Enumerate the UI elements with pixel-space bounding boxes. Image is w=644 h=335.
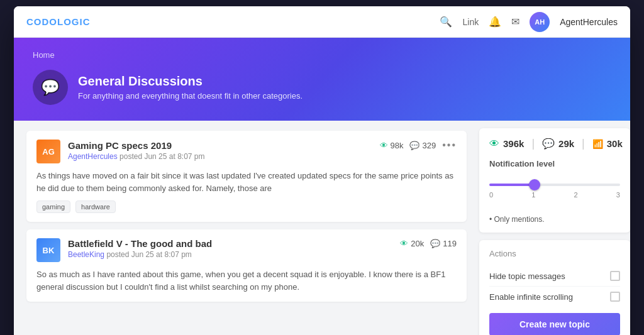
post-meta: Battlefield V - The good and bad 👁 20k 💬…	[68, 238, 457, 259]
app-window: CODOLOGIC 🔍 Link 🔔 ✉ AH AgentHercules Ho…	[14, 6, 630, 335]
slider-container: 0 1 2 3	[489, 175, 620, 211]
tag-gaming[interactable]: gaming	[36, 200, 70, 213]
link-button[interactable]: Link	[462, 17, 479, 27]
search-icon[interactable]: 🔍	[440, 16, 452, 28]
author-name: AgentHercules	[68, 152, 118, 161]
header-nav: 🔍 Link 🔔 ✉ AH AgentHercules	[440, 12, 618, 32]
post-stats: 👁 98k 💬 329 •••	[380, 140, 457, 151]
hero-text: General Discussions For anything and eve…	[78, 74, 303, 101]
posts-area: AG Gaming PC specs 2019 👁 98k 💬	[14, 121, 479, 335]
eye-icon: 👁	[380, 141, 388, 150]
header: CODOLOGIC 🔍 Link 🔔 ✉ AH AgentHercules	[14, 6, 630, 38]
actions-card: Actions Hide topic messages Enable infin…	[479, 240, 630, 335]
mail-icon[interactable]: ✉	[511, 16, 519, 28]
views-stat: 👁 98k	[380, 141, 404, 150]
tag-hardware[interactable]: hardware	[75, 200, 116, 213]
chat-icon: 💬	[542, 138, 555, 150]
total-views: 396k	[503, 138, 524, 149]
bell-icon[interactable]: 🔔	[489, 16, 501, 28]
bar-icon: 📶	[592, 139, 603, 149]
post-date: posted Jun 25 at 8:07 pm	[106, 250, 191, 259]
notification-slider[interactable]	[489, 184, 620, 186]
breadcrumb: Home	[33, 50, 611, 60]
actions-title: Actions	[489, 249, 620, 258]
hero-section: Home 💬 General Discussions For anything …	[14, 38, 630, 121]
notification-section: Notification level 0 1 2 3 • Only mentio…	[489, 159, 620, 224]
eye-icon: 👁	[400, 239, 408, 248]
eye-icon: 👁	[489, 138, 499, 150]
tick-3: 3	[616, 191, 620, 199]
post-title-row: Battlefield V - The good and bad 👁 20k 💬…	[68, 238, 457, 249]
post-card: AG Gaming PC specs 2019 👁 98k 💬	[26, 131, 467, 222]
category-description: For anything and everything that doesnt …	[78, 91, 303, 101]
username-label: AgentHercules	[560, 17, 618, 27]
post-body: As things have moved on a fair bit since…	[36, 170, 457, 194]
notification-label: Notification level	[489, 159, 620, 168]
post-more-button[interactable]: •••	[442, 140, 457, 151]
replies-count: 119	[443, 239, 457, 248]
post-author: AgentHercules posted Jun 25 at 8:07 pm	[68, 152, 457, 161]
total-posts: 29k	[558, 138, 574, 149]
chat-icon: 💬	[430, 239, 440, 248]
sidebar: 👁 396k | 💬 29k | 📶 30k Notificatio	[479, 121, 630, 335]
post-meta: Gaming PC specs 2019 👁 98k 💬 329	[68, 140, 457, 161]
post-header: BK Battlefield V - The good and bad 👁 20…	[36, 238, 457, 262]
author-name: BeetleKing	[68, 250, 104, 259]
views-stat: 👁 20k	[400, 239, 424, 248]
avatar: BK	[36, 238, 60, 262]
tick-0: 0	[489, 191, 493, 199]
views-count: 98k	[391, 141, 404, 150]
avatar[interactable]: AH	[530, 12, 550, 32]
post-stats: 👁 20k 💬 119	[400, 239, 457, 248]
tick-1: 1	[531, 191, 535, 199]
slider-labels: 0 1 2 3	[489, 191, 620, 199]
stats-card: 👁 396k | 💬 29k | 📶 30k Notificatio	[479, 128, 630, 233]
replies-stat: 💬 329	[409, 141, 436, 150]
total-activity: 30k	[607, 138, 623, 149]
category-title: General Discussions	[78, 74, 303, 89]
views-stat-item: 👁 396k	[489, 138, 524, 150]
post-tags: gaming hardware	[36, 200, 457, 213]
infinite-scroll-checkbox[interactable]	[610, 292, 620, 302]
avatar: AG	[36, 140, 60, 163]
hide-topic-checkbox[interactable]	[610, 271, 620, 281]
post-title[interactable]: Battlefield V - The good and bad	[68, 238, 212, 249]
app-logo: CODOLOGIC	[26, 16, 91, 27]
posts-stat-item: 💬 29k	[542, 138, 574, 150]
post-author: BeetleKing posted Jun 25 at 8:07 pm	[68, 250, 457, 259]
post-header: AG Gaming PC specs 2019 👁 98k 💬	[36, 140, 457, 163]
create-topic-button[interactable]: Create new topic	[489, 313, 620, 335]
post-date: posted Jun 25 at 8:07 pm	[119, 152, 204, 161]
activity-stat-item: 📶 30k	[592, 138, 623, 149]
post-card: BK Battlefield V - The good and bad 👁 20…	[26, 229, 467, 302]
post-title[interactable]: Gaming PC specs 2019	[68, 140, 172, 151]
main-content: AG Gaming PC specs 2019 👁 98k 💬	[14, 121, 630, 335]
infinite-scroll-row: Enable infinite scrolling	[489, 287, 620, 307]
hide-topic-row: Hide topic messages	[489, 266, 620, 287]
replies-stat: 💬 119	[430, 239, 457, 248]
stats-row: 👁 396k | 💬 29k | 📶 30k	[489, 137, 620, 150]
hide-topic-label: Hide topic messages	[489, 272, 565, 281]
tick-2: 2	[574, 191, 578, 199]
hero-content: 💬 General Discussions For anything and e…	[33, 70, 611, 105]
category-icon: 💬	[33, 70, 68, 105]
infinite-scroll-label: Enable infinite scrolling	[489, 292, 573, 302]
chat-icon: 💬	[409, 141, 419, 150]
post-body: So as much as I have ranted about this g…	[36, 268, 457, 293]
views-count: 20k	[411, 239, 424, 248]
mention-text: • Only mentions.	[489, 215, 620, 224]
replies-count: 329	[422, 141, 436, 150]
post-title-row: Gaming PC specs 2019 👁 98k 💬 329	[68, 140, 457, 151]
